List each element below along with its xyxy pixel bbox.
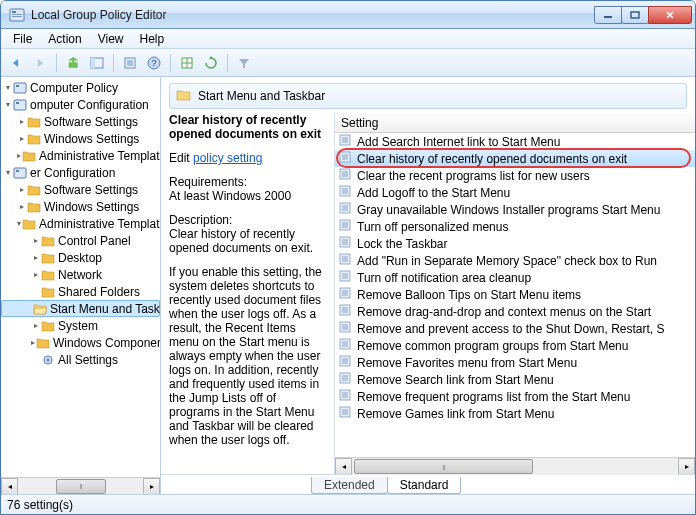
folder-icon <box>41 252 55 264</box>
tree-node[interactable]: ▸Windows Components <box>1 334 160 351</box>
list-row[interactable]: Remove Favorites menu from Start Menu <box>335 354 695 371</box>
toolbar-separator <box>227 54 228 72</box>
folder-icon <box>27 133 41 145</box>
policy-item-icon <box>339 270 353 285</box>
tree-node[interactable]: ▸Software Settings <box>1 113 160 130</box>
list-row[interactable]: Add Logoff to the Start Menu <box>335 184 695 201</box>
scroll-left-button[interactable]: ◂ <box>1 478 18 495</box>
tab-standard[interactable]: Standard <box>387 477 462 494</box>
tree-node[interactable]: ▸Desktop <box>1 249 160 266</box>
scroll-left-button[interactable]: ◂ <box>335 458 352 475</box>
expand-icon[interactable]: ▾ <box>3 100 12 109</box>
back-button[interactable] <box>5 52 27 74</box>
policy-item-icon <box>339 185 353 200</box>
tree-node[interactable]: ▾Administrative Templates <box>1 215 160 232</box>
list-row[interactable]: Clear history of recently opened documen… <box>335 150 695 167</box>
tree-node[interactable]: ▸Administrative Templates <box>1 147 160 164</box>
close-button[interactable] <box>648 6 692 24</box>
tree-node[interactable]: ▾Computer Policy <box>1 79 160 96</box>
tree-node[interactable]: ▸Windows Settings <box>1 198 160 215</box>
list-row[interactable]: Remove drag-and-drop and context menus o… <box>335 303 695 320</box>
menu-file[interactable]: File <box>5 30 40 48</box>
list-row[interactable]: Remove and prevent access to the Shut Do… <box>335 320 695 337</box>
tree-pane[interactable]: ▾Computer Policy▾omputer Configuration▸S… <box>1 77 161 494</box>
menu-help[interactable]: Help <box>132 30 173 48</box>
tree-node[interactable]: Shared Folders <box>1 283 160 300</box>
policy-item-icon <box>339 236 353 251</box>
maximize-button[interactable] <box>621 6 649 24</box>
help-button[interactable]: ? <box>143 52 165 74</box>
list-row[interactable]: Remove Balloon Tips on Start Menu items <box>335 286 695 303</box>
minimize-button[interactable] <box>594 6 622 24</box>
up-button[interactable] <box>62 52 84 74</box>
expand-icon[interactable]: ▾ <box>17 219 21 228</box>
list-row[interactable]: Clear the recent programs list for new u… <box>335 167 695 184</box>
tree-node[interactable]: ▾er Configuration <box>1 164 160 181</box>
expand-icon[interactable]: ▸ <box>17 185 26 194</box>
folder-icon <box>22 150 36 162</box>
list-row[interactable]: Remove frequent programs list from the S… <box>335 388 695 405</box>
list-row[interactable]: Remove Search link from Start Menu <box>335 371 695 388</box>
list-row[interactable]: Add Search Internet link to Start Menu <box>335 133 695 150</box>
expand-icon[interactable]: ▸ <box>31 236 40 245</box>
tree-node[interactable]: Start Menu and Taskbar <box>1 300 160 317</box>
list-row[interactable]: Turn off personalized menus <box>335 218 695 235</box>
list-row[interactable]: Gray unavailable Windows Installer progr… <box>335 201 695 218</box>
tree-node[interactable]: ▸Control Panel <box>1 232 160 249</box>
edit-policy-link[interactable]: policy setting <box>193 151 262 165</box>
requirements-label: Requirements: <box>169 175 326 189</box>
expand-icon[interactable]: ▾ <box>3 83 12 92</box>
window-title: Local Group Policy Editor <box>31 8 594 22</box>
expand-icon[interactable]: ▸ <box>17 202 26 211</box>
expand-icon[interactable]: ▸ <box>17 117 26 126</box>
expand-icon[interactable]: ▸ <box>31 338 35 347</box>
expand-icon[interactable] <box>31 355 40 364</box>
grid-button[interactable] <box>176 52 198 74</box>
list-item-label: Add "Run in Separate Memory Space" check… <box>357 254 657 268</box>
scroll-thumb[interactable] <box>354 459 533 474</box>
tree-node[interactable]: ▸System <box>1 317 160 334</box>
policy-item-icon <box>339 304 353 319</box>
refresh-button[interactable] <box>200 52 222 74</box>
menubar: File Action View Help <box>1 29 695 49</box>
tree-node[interactable]: ▸Software Settings <box>1 181 160 198</box>
export-list-button[interactable] <box>119 52 141 74</box>
scroll-right-button[interactable]: ▸ <box>143 478 160 495</box>
expand-icon[interactable]: ▸ <box>17 151 21 160</box>
menu-action[interactable]: Action <box>40 30 89 48</box>
tree-node[interactable]: ▾omputer Configuration <box>1 96 160 113</box>
list-horizontal-scrollbar[interactable]: ◂ ▸ <box>335 457 695 474</box>
settings-list-column: Setting Add Search Internet link to Star… <box>334 113 695 474</box>
expand-icon[interactable]: ▾ <box>3 168 12 177</box>
list-row[interactable]: Remove Games link from Start Menu <box>335 405 695 422</box>
scroll-right-button[interactable]: ▸ <box>678 458 695 475</box>
expand-icon[interactable] <box>31 287 40 296</box>
folder-icon <box>176 88 192 105</box>
toolbar-separator <box>170 54 171 72</box>
menu-view[interactable]: View <box>90 30 132 48</box>
filter-button[interactable] <box>233 52 255 74</box>
expand-icon[interactable]: ▸ <box>31 253 40 262</box>
forward-button[interactable] <box>29 52 51 74</box>
tree-node[interactable]: ▸Windows Settings <box>1 130 160 147</box>
expand-icon[interactable]: ▸ <box>31 321 40 330</box>
list-row[interactable]: Remove common program groups from Start … <box>335 337 695 354</box>
list-body[interactable]: Add Search Internet link to Start MenuCl… <box>335 133 695 457</box>
show-hide-tree-button[interactable] <box>86 52 108 74</box>
list-item-label: Remove and prevent access to the Shut Do… <box>357 322 665 336</box>
expand-icon[interactable]: ▸ <box>17 134 26 143</box>
scroll-track[interactable] <box>18 478 143 495</box>
list-row[interactable]: Turn off notification area cleanup <box>335 269 695 286</box>
tree-horizontal-scrollbar[interactable]: ◂▸ <box>1 477 160 494</box>
expand-icon[interactable]: ▸ <box>31 270 40 279</box>
titlebar[interactable]: Local Group Policy Editor <box>1 1 695 29</box>
tree-node[interactable]: ▸Network <box>1 266 160 283</box>
list-header-setting[interactable]: Setting <box>335 113 695 133</box>
list-row[interactable]: Lock the Taskbar <box>335 235 695 252</box>
scroll-thumb[interactable] <box>56 479 106 494</box>
tab-extended[interactable]: Extended <box>311 477 388 494</box>
tree-node[interactable]: All Settings <box>1 351 160 368</box>
description-label: Description: <box>169 213 326 227</box>
list-row[interactable]: Add "Run in Separate Memory Space" check… <box>335 252 695 269</box>
scroll-track[interactable] <box>352 458 678 475</box>
